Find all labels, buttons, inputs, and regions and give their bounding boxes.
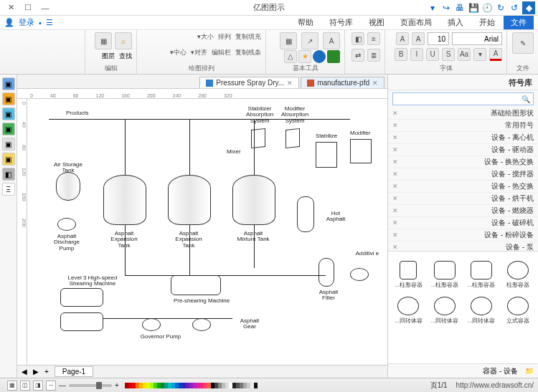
case-icon[interactable]: Aa (458, 48, 471, 61)
lt-8-icon[interactable]: Ξ (2, 183, 15, 196)
close-icon[interactable]: ✕ (392, 158, 398, 166)
shape-cell[interactable]: 柱形容器... (391, 254, 426, 289)
hot-asphalt-vessel[interactable] (297, 196, 314, 232)
list-item[interactable]: 设备 - 破碎机✕ (388, 217, 538, 229)
lt-2-icon[interactable]: ▣ (2, 92, 15, 105)
page-nav-prev[interactable]: ◀ (22, 368, 27, 376)
lt-5-icon[interactable]: ▣ (2, 138, 15, 150)
lt-1-icon[interactable]: ▣ (2, 77, 15, 90)
page-add[interactable]: + (44, 368, 49, 376)
menutab-home[interactable]: 开始 (472, 16, 502, 29)
close-icon[interactable]: ✕ (392, 134, 398, 141)
text-tool-icon[interactable]: A (323, 32, 340, 49)
close-icon[interactable]: ✕ (392, 244, 398, 251)
discharge-pump[interactable] (57, 218, 76, 231)
modifier-hopper[interactable] (285, 128, 300, 148)
menutab-pagelayout[interactable]: 页面布局 (393, 16, 439, 29)
italic-icon[interactable]: I (410, 48, 423, 61)
tank-3[interactable] (232, 175, 275, 225)
brush-icon[interactable]: ✎ (512, 32, 534, 54)
modifier-box[interactable] (350, 139, 372, 163)
menutab-help[interactable]: 帮助 (291, 16, 321, 29)
bold-icon[interactable]: B (395, 48, 407, 61)
list-item[interactable]: 设备 - 热交换✕ (388, 181, 538, 193)
air-storage-tank[interactable] (56, 172, 80, 201)
shape-circle-icon[interactable] (313, 50, 326, 63)
list-item[interactable]: 设备 - 离心机✕ (388, 132, 538, 144)
shape-cell[interactable]: 回转体容... (464, 290, 499, 325)
align-btn4-icon[interactable]: ⇄ (351, 49, 364, 62)
qa-clock-icon[interactable]: 🕘 (481, 2, 493, 14)
list-item[interactable]: 基础绘图形状✕ (388, 107, 538, 120)
close-icon[interactable]: ✕ (392, 195, 398, 202)
drawer-icon[interactable]: 📁 (525, 367, 534, 375)
stabilizer-hopper[interactable] (251, 128, 265, 148)
close-icon[interactable]: ✕ (392, 146, 398, 153)
list-item[interactable]: 设备 - 燃烧器✕ (388, 205, 538, 217)
asphalt-filter[interactable] (318, 258, 334, 287)
zoom-in-icon[interactable]: + (115, 381, 119, 389)
governor-pump-2[interactable] (192, 318, 211, 331)
stabilize-box[interactable] (316, 142, 337, 168)
list-item[interactable]: 设备 - 驱动器✕ (388, 144, 538, 156)
editbar-button[interactable]: 编辑栏 (212, 48, 231, 57)
close-icon[interactable]: ✕ (392, 207, 398, 214)
page-nav-next[interactable]: ▶ (33, 368, 39, 376)
copyline-button[interactable]: 复制线条 (235, 48, 261, 57)
maximize-icon[interactable]: ☐ (20, 1, 36, 14)
sb-view2-icon[interactable]: ◨ (33, 381, 43, 391)
lt-7-icon[interactable]: ◧ (2, 168, 15, 181)
font-shrink-icon[interactable]: A (396, 32, 409, 45)
hamburger-icon[interactable]: ☰ (46, 18, 53, 27)
connector-tool-icon[interactable]: ↗ (301, 32, 318, 49)
select-tool-icon[interactable]: ▦ (280, 32, 297, 49)
shape-cell[interactable]: 柱形容器... (464, 254, 499, 289)
lt-6-icon[interactable]: ▣ (2, 153, 15, 166)
menutab-symbols[interactable]: 符号库 (322, 16, 360, 29)
page-tab[interactable]: Page-1 (55, 366, 93, 377)
sb-grid-icon[interactable]: ▦ (7, 381, 17, 391)
shape-cell[interactable]: 柱形容器... (428, 254, 463, 289)
shape-cell[interactable]: 柱形容器 (500, 254, 535, 289)
tank-2[interactable] (168, 175, 211, 225)
align-left-icon[interactable]: ≡ (367, 32, 380, 45)
close-icon[interactable]: ✕ (392, 122, 398, 129)
font-size-select[interactable] (428, 32, 449, 45)
list-item[interactable]: 常用符号✕ (388, 120, 538, 132)
qa-pin-icon[interactable]: ▾ (427, 2, 438, 14)
qa-undo-icon[interactable]: ↺ (509, 2, 520, 14)
close-icon[interactable]: ✕ (372, 80, 378, 87)
underline-icon[interactable]: U (426, 48, 439, 61)
qa-print-icon[interactable]: 🖶 (454, 2, 466, 14)
close-icon[interactable]: ✕ (3, 1, 19, 14)
zoom-slider[interactable] (69, 384, 112, 387)
shearing-l3-1[interactable] (60, 288, 103, 307)
zoom-out-icon[interactable]: — (59, 381, 66, 389)
list-item[interactable]: 设备 - 搅拌器✕ (388, 168, 538, 181)
sb-view1-icon[interactable]: ◫ (20, 381, 30, 391)
list-item[interactable]: 设备 - 换热交换✕ (388, 156, 538, 168)
qa-save-icon[interactable]: 💾 (468, 2, 479, 14)
lt-3-icon[interactable]: ▣ (2, 107, 15, 120)
shape-tri-icon[interactable]: △ (284, 50, 297, 63)
minimize-icon[interactable]: — (37, 1, 53, 14)
close-icon[interactable]: ✕ (392, 183, 398, 190)
shape-cell[interactable]: 回转体容... (391, 290, 426, 325)
copyfill-button[interactable]: 复制填充 (235, 32, 261, 42)
close-icon[interactable]: ✕ (287, 80, 293, 87)
menutab-view[interactable]: 视图 (362, 16, 392, 29)
color-swatches[interactable] (125, 383, 258, 388)
qa-redo-icon[interactable]: ↻ (495, 2, 506, 14)
menutab-insert[interactable]: 插入 (440, 16, 471, 29)
shape-cell[interactable]: 立式容器 (500, 290, 535, 325)
list-item[interactable]: 设备 - 烘干机✕ (388, 193, 538, 205)
layers-icon[interactable]: ▦ (95, 32, 112, 49)
lt-4-icon[interactable]: ▣ (2, 123, 15, 135)
font-family-select[interactable] (452, 32, 502, 45)
shape-star-icon[interactable]: ★ (298, 50, 311, 63)
shape-cell[interactable]: 回转体容... (428, 290, 463, 325)
tank-1[interactable] (103, 175, 146, 225)
list-item[interactable]: 设备 - 粉碎设备✕ (388, 229, 538, 242)
arrange-button[interactable]: 排列 (218, 32, 231, 42)
strike-icon[interactable]: S (442, 48, 455, 61)
